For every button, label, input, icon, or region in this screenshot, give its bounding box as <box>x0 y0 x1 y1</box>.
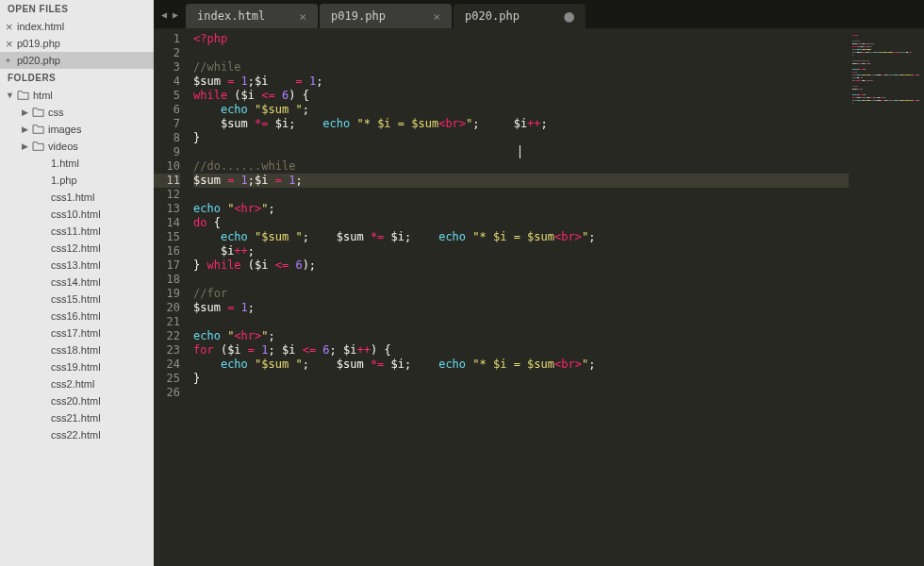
file-item[interactable]: css2.html <box>0 375 154 392</box>
file-item[interactable]: css18.html <box>0 341 154 358</box>
code-line: echo "<hr>"; <box>193 329 849 343</box>
line-number: 3 <box>154 60 180 75</box>
line-number: 16 <box>154 244 180 258</box>
code-line: $sum = 1; <box>193 301 849 315</box>
code-line: $sum = 1;$i = 1; <box>193 75 849 89</box>
tab-bar: ◀ ▶ index.html×p019.php×p020.php● <box>154 0 924 28</box>
line-number: 12 <box>154 188 180 202</box>
file-item[interactable]: css10.html <box>0 206 154 223</box>
nav-next-icon[interactable]: ▶ <box>173 9 178 20</box>
file-item[interactable]: css19.html <box>0 358 154 375</box>
tab-nav-arrows: ◀ ▶ <box>154 0 186 28</box>
code-line: for ($i = 1; $i <= 6; $i++) { <box>193 343 849 358</box>
minimap[interactable]: ▪▪▪▪▪▪▪▪▪▪▪▪▪▪▪▪▪▪▪▪▪▪▪▪▪▪▪▪▪▪▪▪▪▪▪▪▪▪▪▪… <box>849 28 924 566</box>
file-item[interactable]: css14.html <box>0 274 154 291</box>
line-number: 14 <box>154 216 180 230</box>
line-number: 4 <box>154 75 180 89</box>
open-files-list: index.htmlp019.phpp020.php <box>0 18 154 69</box>
line-number: 23 <box>154 343 180 358</box>
code-line: //for <box>193 287 849 301</box>
code-line: $sum = 1;$i = 1; <box>193 174 849 188</box>
line-number: 11 <box>154 174 180 188</box>
code-line <box>193 386 849 400</box>
line-number: 1 <box>154 32 180 46</box>
line-number: 6 <box>154 103 180 117</box>
subfolder-item[interactable]: ▶css <box>0 104 154 121</box>
code-line: echo "$sum "; $sum *= $i; echo "* $i = $… <box>193 358 849 372</box>
code-line <box>193 145 849 159</box>
tab[interactable]: p020.php● <box>454 4 586 28</box>
line-number: 17 <box>154 258 180 273</box>
line-number: 19 <box>154 287 180 301</box>
code-line <box>193 315 849 329</box>
file-item[interactable]: css13.html <box>0 257 154 274</box>
folder-tree: ▼ html ▶css▶images▶videos 1.html1.phpcss… <box>0 87 154 443</box>
tab[interactable]: index.html× <box>186 4 318 28</box>
tab-close-icon[interactable]: × <box>299 9 306 24</box>
file-item[interactable]: css22.html <box>0 426 154 443</box>
code-line: $sum *= $i; echo "* $i = $sum<br>"; $i++… <box>193 117 849 131</box>
text-cursor <box>520 145 520 158</box>
file-item[interactable]: css12.html <box>0 240 154 257</box>
file-item[interactable]: css21.html <box>0 409 154 426</box>
disclosure-right-icon: ▶ <box>21 125 29 134</box>
code-line: } while ($i <= 6); <box>193 258 849 273</box>
tab-label: index.html <box>197 9 265 23</box>
line-number: 26 <box>154 386 180 400</box>
code-line <box>193 46 849 60</box>
folder-root[interactable]: ▼ html <box>0 87 154 104</box>
code-line: //while <box>193 60 849 75</box>
line-number: 20 <box>154 301 180 315</box>
code-line: echo "$sum "; $sum *= $i; echo "* $i = $… <box>193 230 849 244</box>
folder-label: html <box>33 90 53 101</box>
tab-label: p019.php <box>331 9 386 23</box>
tab-close-icon[interactable]: × <box>433 9 440 24</box>
line-number: 2 <box>154 46 180 60</box>
code-line: $i++; <box>193 244 849 258</box>
code-line <box>193 273 849 287</box>
line-number: 10 <box>154 159 180 174</box>
code-line: <?php <box>193 32 849 46</box>
folder-label: css <box>48 107 64 118</box>
code-line: while ($i <= 6) { <box>193 89 849 103</box>
folder-icon <box>17 90 30 101</box>
line-number: 15 <box>154 230 180 244</box>
line-number: 5 <box>154 89 180 103</box>
gutter: 1234567891011121314151617181920212223242… <box>154 28 186 566</box>
code-line: do { <box>193 216 849 230</box>
subfolder-item[interactable]: ▶videos <box>0 138 154 155</box>
code-line: } <box>193 372 849 386</box>
folder-label: videos <box>48 141 78 152</box>
open-files-header: OPEN FILES <box>0 0 154 18</box>
tab[interactable]: p019.php× <box>320 4 452 28</box>
file-item[interactable]: css11.html <box>0 223 154 240</box>
open-file-label: p019.php <box>17 38 60 49</box>
code-area[interactable]: <?php //while$sum = 1;$i = 1;while ($i <… <box>186 28 849 566</box>
file-item[interactable]: css1.html <box>0 189 154 206</box>
file-item[interactable]: 1.php <box>0 172 154 189</box>
file-item[interactable]: css16.html <box>0 308 154 325</box>
folder-icon <box>32 141 45 152</box>
line-number: 22 <box>154 329 180 343</box>
subfolder-item[interactable]: ▶images <box>0 121 154 138</box>
line-number: 7 <box>154 117 180 131</box>
folder-icon <box>32 124 45 135</box>
open-file-item[interactable]: p019.php <box>0 35 154 52</box>
editor[interactable]: 1234567891011121314151617181920212223242… <box>154 28 924 566</box>
tab-label: p020.php <box>465 9 520 23</box>
nav-prev-icon[interactable]: ◀ <box>161 9 167 20</box>
open-file-item[interactable]: index.html <box>0 18 154 35</box>
folder-label: images <box>48 124 81 135</box>
open-file-item[interactable]: p020.php <box>0 52 154 69</box>
line-number: 18 <box>154 273 180 287</box>
disclosure-right-icon: ▶ <box>21 108 29 117</box>
code-line: echo "<hr>"; <box>193 202 849 216</box>
line-number: 24 <box>154 358 180 372</box>
main-area: ◀ ▶ index.html×p019.php×p020.php● 123456… <box>154 0 924 566</box>
file-item[interactable]: 1.html <box>0 155 154 172</box>
open-file-label: p020.php <box>17 55 60 66</box>
file-item[interactable]: css17.html <box>0 325 154 341</box>
code-line: //do......while <box>193 159 849 174</box>
file-item[interactable]: css15.html <box>0 291 154 308</box>
file-item[interactable]: css20.html <box>0 392 154 409</box>
